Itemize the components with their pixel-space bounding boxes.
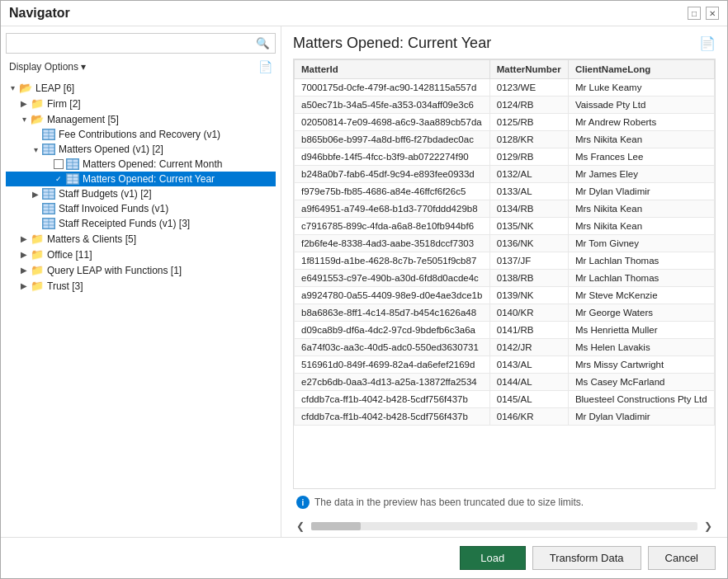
- table-cell: 0123/WE: [489, 79, 568, 96]
- table-row[interactable]: 7000175d-0cfe-479f-ac90-1428115a557d0123…: [295, 79, 715, 96]
- tree-item-leap[interactable]: ▾📂LEAP [6]: [6, 80, 276, 96]
- scroll-left-button[interactable]: ❮: [293, 519, 308, 534]
- table-cell: 0143/AL: [489, 356, 568, 374]
- table-row[interactable]: c7916785-899c-4fda-a6a8-8e10fb944bf60135…: [295, 218, 715, 235]
- table-cell: 0128/KR: [489, 131, 568, 148]
- table-cell: 0145/AL: [489, 391, 568, 408]
- tree-item-matters-clients[interactable]: ▶📁Matters & Clients [5]: [6, 231, 276, 247]
- table-cell: 0144/AL: [489, 374, 568, 391]
- tree-item-management[interactable]: ▾📂Management [5]: [6, 111, 276, 127]
- folder-icon: 📁: [31, 233, 44, 245]
- tree-item-label: Trust [3]: [47, 280, 274, 292]
- table-cell: a9f64951-a749-4e68-b1d3-770fddd429b8: [295, 200, 490, 218]
- table-cell: d946bbfe-14f5-4fcc-b3f9-ab0722274f90: [295, 148, 490, 166]
- scroll-track[interactable]: [311, 522, 697, 530]
- scroll-right-button[interactable]: ❯: [701, 519, 716, 534]
- close-button[interactable]: ✕: [706, 7, 719, 20]
- tree-item-matters-current-month[interactable]: Matters Opened: Current Month: [6, 157, 276, 172]
- checkbox-icon[interactable]: ✓: [54, 174, 64, 184]
- folder-icon: 📂: [31, 113, 44, 125]
- table-row[interactable]: b8a6863e-8ff1-4c14-85d7-b454c1626a480140…: [295, 304, 715, 322]
- table-row[interactable]: a50ec71b-34a5-45fe-a353-034aff09e3c60124…: [295, 96, 715, 114]
- preview-header: Matters Opened: Current Year 📄: [293, 35, 716, 52]
- export-button[interactable]: 📄: [699, 35, 716, 51]
- table-cell: Mr Dylan Vladimir: [568, 183, 714, 200]
- info-icon: i: [296, 496, 310, 509]
- chevron-icon: ▾: [31, 145, 40, 154]
- table-row[interactable]: f979e75b-fb85-4686-a84e-46ffcf6f26c50133…: [295, 183, 715, 200]
- table-row[interactable]: cfddb7ca-ff1b-4042-b428-5cdf756f437b0146…: [295, 408, 715, 426]
- table-cell: Mr Steve McKenzie: [568, 287, 714, 304]
- tree-item-office[interactable]: ▶📁Office [11]: [6, 247, 276, 262]
- tree-item-label: Query LEAP with Functions [1]: [47, 265, 274, 276]
- tree-item-matters-current-year[interactable]: ✓Matters Opened: Current Year: [6, 172, 276, 186]
- table-row[interactable]: d09ca8b9-df6a-4dc2-97cd-9bdefb6c3a6a0141…: [295, 322, 715, 339]
- table-icon: [42, 218, 55, 229]
- tree-item-trust[interactable]: ▶📁Trust [3]: [6, 278, 276, 294]
- table-row[interactable]: 6a74f03c-aa3c-40d5-adc0-550ed36307310142…: [295, 339, 715, 356]
- table-cell: 0141/RB: [489, 322, 568, 339]
- tree-item-query-leap[interactable]: ▶📁Query LEAP with Functions [1]: [6, 262, 276, 278]
- table-icon: [66, 173, 79, 185]
- table-cell: Ms Henrietta Muller: [568, 322, 714, 339]
- table-row[interactable]: a9f64951-a749-4e68-b1d3-770fddd429b80134…: [295, 200, 715, 218]
- table-cell: 0142/JR: [489, 339, 568, 356]
- table-cell: b8a6863e-8ff1-4c14-85d7-b454c1626a48: [295, 304, 490, 322]
- data-table: MatterIdMatterNumberClientNameLong700017…: [294, 59, 715, 426]
- table-icon: [42, 188, 55, 200]
- tree-item-label: LEAP [6]: [35, 82, 274, 94]
- transform-data-button[interactable]: Transform Data: [532, 546, 641, 570]
- display-options-button[interactable]: Display Options ▾: [6, 59, 89, 74]
- chevron-icon: ▶: [31, 190, 40, 199]
- table-row[interactable]: cfddb7ca-ff1b-4042-b428-5cdf756f437b0145…: [295, 391, 715, 408]
- table-row[interactable]: 516961d0-849f-4699-82a4-da6efef2169d0143…: [295, 356, 715, 374]
- table-cell: Mrs Nikita Kean: [568, 218, 714, 235]
- search-input[interactable]: [7, 35, 251, 53]
- table-cell: 0140/KR: [489, 304, 568, 322]
- preview-title: Matters Opened: Current Year: [293, 35, 491, 52]
- table-cell: 0129/RB: [489, 148, 568, 166]
- new-source-button[interactable]: 📄: [255, 59, 276, 75]
- tree-item-fee-contributions[interactable]: Fee Contributions and Recovery (v1): [6, 127, 276, 142]
- table-cell: 516961d0-849f-4699-82a4-da6efef2169d: [295, 356, 490, 374]
- table-cell: Mr Dylan Vladimir: [568, 408, 714, 426]
- table-cell: Mrs Nikita Kean: [568, 200, 714, 218]
- cancel-button[interactable]: Cancel: [648, 546, 716, 570]
- table-row[interactable]: 1f81159d-a1be-4628-8c7b-7e5051f9cb870137…: [295, 252, 715, 270]
- window-controls: □ ✕: [688, 7, 719, 20]
- table-row[interactable]: b865b06e-b997-4a8d-bff6-f27bdadec0ac0128…: [295, 131, 715, 148]
- data-table-wrapper[interactable]: MatterIdMatterNumberClientNameLong700017…: [293, 59, 716, 489]
- window-title: Navigator: [9, 6, 70, 21]
- tree-item-label: Staff Invoiced Funds (v1): [59, 203, 274, 214]
- display-options-label: Display Options: [9, 61, 78, 73]
- table-row[interactable]: a9924780-0a55-4409-98e9-d0e4ae3dce1b0139…: [295, 287, 715, 304]
- table-cell: Mr James Eley: [568, 166, 714, 183]
- minimize-button[interactable]: □: [688, 7, 701, 20]
- tree-item-staff-invoiced[interactable]: Staff Invoiced Funds (v1): [6, 201, 276, 216]
- table-cell: Mr Luke Keamy: [568, 79, 714, 96]
- table-cell: e6491553-c97e-490b-a30d-6fd8d0acde4c: [295, 270, 490, 287]
- table-row[interactable]: d946bbfe-14f5-4fcc-b3f9-ab0722274f900129…: [295, 148, 715, 166]
- table-icon: [66, 158, 79, 170]
- table-row[interactable]: e27cb6db-0aa3-4d13-a25a-13872ffa25340144…: [295, 374, 715, 391]
- tree-area: ▾📂LEAP [6]▶📁Firm [2]▾📂Management [5]Fee …: [6, 80, 276, 530]
- chevron-icon: ▶: [19, 281, 29, 290]
- table-row[interactable]: e6491553-c97e-490b-a30d-6fd8d0acde4c0138…: [295, 270, 715, 287]
- table-row[interactable]: f2b6fe4e-8338-4ad3-aabe-3518dccf73030136…: [295, 235, 715, 252]
- left-panel: 🔍 Display Options ▾ 📄 ▾📂LEAP [6]▶📁Firm […: [1, 26, 281, 537]
- tree-item-staff-budgets[interactable]: ▶Staff Budgets (v1) [2]: [6, 186, 276, 201]
- search-button[interactable]: 🔍: [251, 34, 275, 53]
- table-icon: [42, 129, 55, 140]
- load-button[interactable]: Load: [460, 546, 526, 570]
- tree-item-staff-receipted[interactable]: Staff Receipted Funds (v1) [3]: [6, 216, 276, 231]
- folder-icon: 📂: [19, 82, 32, 94]
- table-cell: cfddb7ca-ff1b-4042-b428-5cdf756f437b: [295, 391, 490, 408]
- tree-item-matters-opened[interactable]: ▾Matters Opened (v1) [2]: [6, 142, 276, 157]
- table-row[interactable]: b248a0b7-fab6-45df-9c94-e893fee0933d0132…: [295, 166, 715, 183]
- table-row[interactable]: 02050814-7e09-4698-a6c9-3aa889cb57da0125…: [295, 114, 715, 131]
- column-header-matterid: MatterId: [295, 60, 490, 79]
- checkbox-icon[interactable]: [54, 159, 64, 169]
- table-cell: f979e75b-fb85-4686-a84e-46ffcf6f26c5: [295, 183, 490, 200]
- table-cell: Ms Frances Lee: [568, 148, 714, 166]
- tree-item-firm[interactable]: ▶📁Firm [2]: [6, 96, 276, 111]
